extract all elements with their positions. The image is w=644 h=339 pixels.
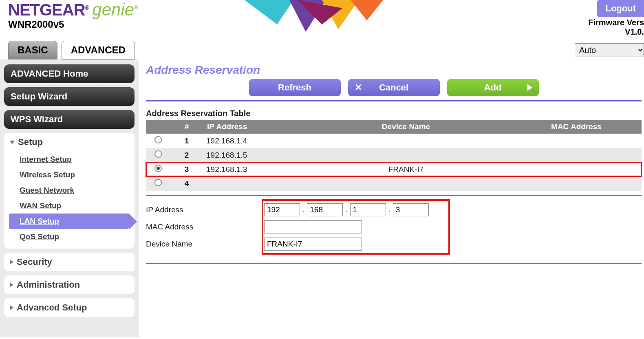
edit-form: IP Address . . . MAC Address Device Name [146,202,642,259]
row-device [301,148,511,162]
row-radio[interactable] [154,150,162,158]
row-num: 3 [170,162,203,176]
ip-label: IP Address [146,205,264,214]
header: NETGEAR® genie® WNR2000v5 Logout Firmwar… [0,0,644,41]
sidebar-advanced-setup-label: Advanced Setup [17,302,87,313]
chevron-right-icon [10,260,13,264]
ip-octet-1[interactable] [264,203,300,216]
sidebar-section-administration[interactable]: Administration [4,275,135,294]
reservation-table: # IP Address Device Name MAC Address 119… [146,120,642,191]
mac-input[interactable] [264,220,362,233]
row-mac [511,134,642,148]
sidebar-security-label: Security [17,257,52,267]
sidebar-setup-list: Internet Setup Wireless Setup Guest Netw… [10,152,129,244]
chevron-right-icon [10,282,13,287]
col-mac: MAC Address [511,120,642,134]
tab-basic[interactable]: BASIC [8,41,57,59]
main-content: Address Reservation Refresh ✕ Cancel Add… [139,59,644,337]
mac-label: MAC Address [146,222,264,231]
close-icon: ✕ [355,82,362,93]
divider [146,100,642,101]
sidebar-item-qos-setup[interactable]: QoS Setup [10,229,129,244]
row-ip [203,176,301,191]
sidebar-setup-wizard[interactable]: Setup Wizard [4,87,135,106]
tab-row: BASIC ADVANCED Auto [0,41,644,59]
ip-octet-4[interactable] [393,203,429,216]
table-row[interactable]: 3192.168.1.3FRANK-I7 [146,162,642,176]
col-device: Device Name [301,120,511,134]
chevron-right-icon [10,305,13,310]
ip-octet-2[interactable] [307,203,343,216]
sidebar-advanced-home[interactable]: ADVANCED Home [4,64,135,83]
arrow-right-icon [527,84,532,91]
cancel-button[interactable]: ✕ Cancel [348,79,440,96]
sidebar-section-advanced-setup[interactable]: Advanced Setup [4,298,135,317]
refresh-button-label: Refresh [278,82,311,93]
ip-octet-3[interactable] [350,203,386,216]
logout-button[interactable]: Logout [597,0,644,17]
refresh-button[interactable]: Refresh [249,79,341,96]
row-ip: 192.168.1.5 [203,148,301,162]
col-ip: IP Address [203,120,301,134]
table-row[interactable]: 1192.168.1.4 [146,134,642,148]
row-num: 1 [170,134,203,148]
header-decor-icon [236,0,391,33]
sidebar-item-wan-setup[interactable]: WAN Setup [10,198,129,214]
table-row[interactable]: 2192.168.1.5 [146,148,642,162]
device-name-label: Device Name [146,240,264,249]
action-row: Refresh ✕ Cancel Add [146,79,642,96]
main-layout: ADVANCED Home Setup Wizard WPS Wizard Se… [0,59,644,337]
sidebar-section-security[interactable]: Security [4,253,135,271]
firmware-version: Firmware Vers V1.0. [588,18,644,37]
sidebar-item-internet-setup[interactable]: Internet Setup [10,152,129,167]
sidebar-wps-wizard[interactable]: WPS Wizard [4,110,135,129]
row-device [301,176,511,191]
sidebar-setup-header[interactable]: Setup [10,137,129,147]
row-num: 4 [170,176,203,191]
language-select[interactable]: Auto [575,43,644,57]
cancel-button-label: Cancel [379,82,408,93]
row-ip: 192.168.1.4 [203,134,301,148]
row-device [301,134,511,148]
row-ip: 192.168.1.3 [203,162,301,176]
row-num: 2 [170,148,203,162]
sidebar-item-wireless-setup[interactable]: Wireless Setup [10,167,129,183]
sidebar-item-lan-setup[interactable]: LAN Setup [9,214,129,229]
page-title: Address Reservation [146,64,642,77]
divider [146,263,642,264]
model-label: WNR2000v5 [8,19,138,30]
product-logo: genie® [92,0,138,20]
row-radio[interactable] [154,165,162,172]
sidebar-setup-label: Setup [18,137,43,147]
brand-logo: NETGEAR® [8,1,89,19]
add-button-label: Add [484,82,502,93]
row-mac [511,176,642,191]
add-button[interactable]: Add [447,79,539,96]
row-radio[interactable] [154,136,162,143]
table-row[interactable]: 4 [146,176,642,191]
sidebar-section-setup: Setup Internet Setup Wireless Setup Gues… [4,133,135,249]
sidebar-administration-label: Administration [17,280,80,290]
table-title: Address Reservation Table [146,109,642,118]
divider [146,195,642,196]
chevron-down-icon [10,141,15,144]
row-mac [511,162,642,176]
row-device: FRANK-I7 [301,162,511,176]
device-name-input[interactable] [264,238,362,251]
row-radio[interactable] [154,179,162,186]
sidebar-item-guest-network[interactable]: Guest Network [10,183,129,198]
sidebar: ADVANCED Home Setup Wizard WPS Wizard Se… [0,59,139,337]
col-num: # [170,120,203,134]
svg-marker-3 [351,0,383,20]
tab-advanced[interactable]: ADVANCED [62,41,135,59]
svg-marker-0 [245,0,293,24]
row-mac [511,148,642,162]
